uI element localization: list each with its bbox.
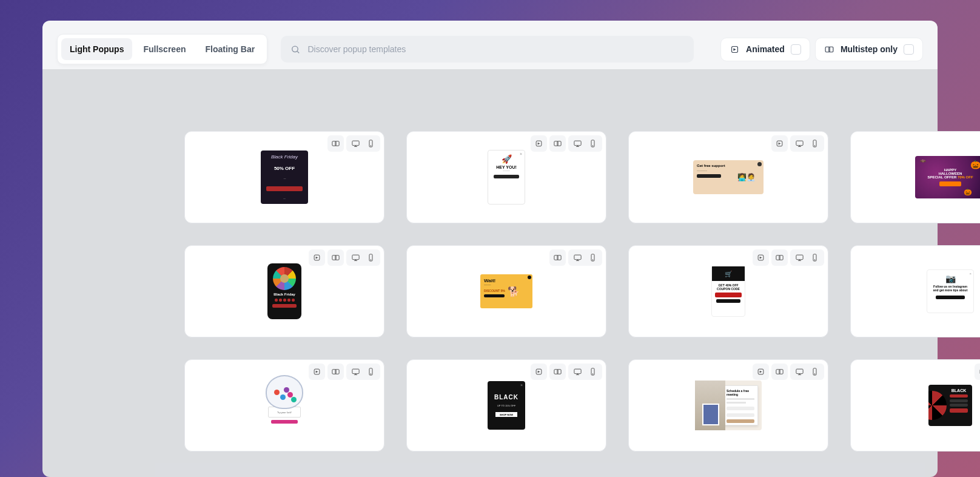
multistep-checkbox[interactable] — [904, 44, 914, 55]
animated-icon — [534, 139, 543, 148]
card-badges — [771, 135, 824, 152]
device-badge — [790, 135, 824, 152]
template-preview: BLACK — [928, 385, 972, 426]
mobile-icon — [588, 367, 597, 376]
svg-point-11 — [371, 146, 371, 146]
multistep-icon — [775, 367, 784, 376]
animated-icon — [756, 367, 765, 376]
multistep-icon — [553, 367, 562, 376]
svg-rect-7 — [352, 141, 359, 146]
animated-badge — [975, 364, 980, 380]
search-input[interactable] — [307, 44, 684, 54]
mobile-icon — [588, 139, 597, 148]
svg-rect-15 — [574, 141, 581, 146]
multistep-badge — [327, 249, 344, 266]
template-card[interactable]: 🦇🎃🎃 HAPPY HALLOWEEN SPECIAL OFFER 70% OF… — [850, 131, 980, 223]
desktop-icon — [795, 367, 804, 376]
template-card[interactable]: Try your luck! — [184, 359, 384, 452]
svg-point-68 — [371, 374, 371, 374]
template-preview: 🦇🎃🎃 HAPPY HALLOWEEN SPECIAL OFFER 70% OF… — [915, 156, 980, 198]
mobile-icon — [810, 367, 819, 376]
template-card[interactable]: × BLACK UP TO 15% OFF SHOP NOW — [406, 359, 606, 452]
template-card[interactable]: Black Friday — [184, 245, 384, 337]
card-badges — [309, 364, 380, 380]
animated-badge — [309, 249, 325, 266]
animated-icon — [775, 139, 784, 148]
template-card[interactable]: × 📷 Follow us on Instagram and get more … — [850, 245, 980, 337]
card-badges — [531, 364, 602, 380]
device-badge — [568, 249, 602, 266]
template-card[interactable]: × 🚀 HEY YOU! ──── — [406, 131, 606, 223]
card-badges — [309, 249, 380, 266]
multistep-badge — [771, 364, 788, 380]
multistep-icon — [553, 253, 562, 262]
template-card[interactable]: Schedule a free meeting — [628, 359, 828, 452]
svg-rect-42 — [574, 255, 581, 260]
desktop-icon — [351, 139, 360, 148]
tab-floating-bar[interactable]: Floating Bar — [196, 38, 263, 60]
svg-point-84 — [814, 374, 815, 374]
animated-badge — [309, 364, 325, 380]
desktop-icon — [351, 367, 360, 376]
animated-badge — [753, 249, 769, 266]
multistep-badge — [549, 249, 566, 266]
animated-icon — [312, 367, 321, 376]
template-preview: Black Friday 50% OFF ⸺ ─ — [261, 151, 308, 204]
template-card[interactable]: 🛒 GET 40% OFFCOUPON CODE — [628, 245, 828, 337]
svg-rect-21 — [796, 141, 803, 146]
template-preview: Try your luck! — [261, 375, 308, 436]
template-grid: Black Friday 50% OFF ⸺ ─ × 🚀 HEY YOU! ──… — [184, 131, 980, 452]
svg-rect-72 — [574, 369, 581, 374]
template-card[interactable]: Black Friday 50% OFF ⸺ ─ — [184, 131, 384, 223]
device-badge — [346, 249, 380, 266]
animated-checkbox[interactable] — [791, 44, 801, 55]
tab-fullscreen[interactable]: Fullscreen — [135, 38, 194, 60]
svg-point-54 — [814, 260, 815, 260]
animated-toggle[interactable]: Animated — [720, 38, 810, 61]
multistep-badge — [327, 135, 344, 152]
animated-label: Animated — [746, 44, 785, 54]
card-badges — [753, 249, 824, 266]
card-badges — [975, 364, 980, 380]
multistep-icon — [331, 139, 340, 148]
svg-line-1 — [297, 51, 299, 53]
card-badges — [549, 249, 602, 266]
topbar: Light PopupsFullscreenFloating Bar Anima… — [57, 34, 923, 64]
desktop-icon — [573, 367, 582, 376]
device-badge — [346, 364, 380, 380]
svg-point-46 — [592, 260, 593, 260]
search-bar[interactable] — [281, 36, 694, 63]
multistep-toggle[interactable]: Multistep only — [815, 38, 923, 61]
template-preview: × BLACK UP TO 15% OFF SHOP NOW — [488, 381, 525, 430]
animated-badge — [531, 135, 547, 152]
mobile-icon — [588, 253, 597, 262]
mobile-icon — [366, 367, 375, 376]
animated-badge — [753, 364, 769, 380]
multistep-icon — [775, 253, 784, 262]
tab-light-popups[interactable]: Light Popups — [61, 38, 132, 60]
mobile-icon — [366, 139, 375, 148]
template-preview: × 🚀 HEY YOU! ──── — [488, 150, 525, 205]
svg-point-76 — [592, 374, 593, 374]
template-preview: Schedule a free meeting — [695, 381, 762, 430]
animated-icon — [534, 367, 543, 376]
animated-icon — [312, 253, 321, 262]
template-card[interactable]: Wait!────DISCOUNT 5% 🐕 — [406, 245, 606, 337]
device-badge — [568, 364, 602, 380]
template-card[interactable]: Get free support────── 👩‍💻🧑‍💼 — [628, 131, 828, 223]
workspace: Light PopupsFullscreenFloating Bar Anima… — [42, 21, 938, 477]
svg-rect-35 — [352, 255, 359, 260]
template-preview: × 📷 Follow us on Instagram and get more … — [927, 269, 974, 313]
animated-icon — [730, 44, 740, 55]
multistep-label: Multistep only — [841, 44, 898, 54]
multistep-badge — [771, 249, 788, 266]
search-icon — [290, 44, 300, 55]
multistep-badge — [327, 364, 344, 380]
multistep-icon — [331, 367, 340, 376]
view-tabs: Light PopupsFullscreenFloating Bar — [57, 34, 267, 64]
template-card[interactable]: BLACK — [850, 359, 980, 452]
desktop-icon — [795, 253, 804, 262]
multistep-icon — [331, 253, 340, 262]
svg-rect-50 — [796, 255, 803, 260]
multistep-badge — [549, 135, 566, 152]
